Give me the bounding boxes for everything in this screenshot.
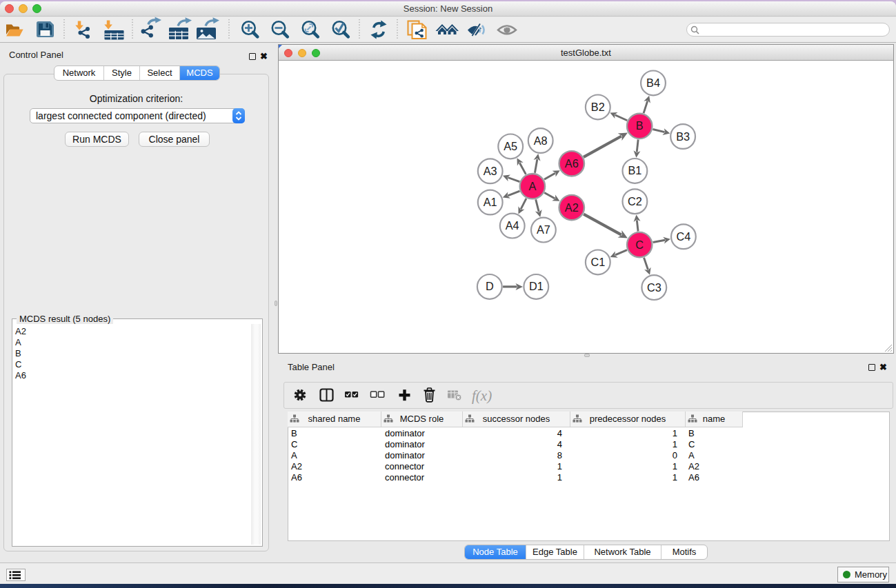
svg-text:A5: A5 [504,140,517,152]
svg-text:A3: A3 [484,165,497,177]
svg-text:B2: B2 [591,101,605,113]
svg-text:B1: B1 [628,164,641,176]
svg-text:B3: B3 [676,130,690,143]
svg-text:A8: A8 [534,134,548,147]
svg-text:A7: A7 [537,223,550,236]
svg-text:A2: A2 [565,201,579,214]
svg-text:D: D [486,280,494,292]
svg-text:D1: D1 [529,280,544,292]
svg-text:B4: B4 [646,77,660,89]
svg-text:C1: C1 [590,256,605,268]
svg-text:B: B [636,119,644,132]
svg-text:A6: A6 [565,157,579,170]
svg-text:C2: C2 [628,195,642,207]
svg-text:C4: C4 [676,230,690,243]
svg-text:A4: A4 [506,219,519,232]
svg-text:A: A [528,180,536,192]
svg-text:A1: A1 [484,196,497,208]
svg-text:C: C [635,239,644,251]
svg-text:C3: C3 [647,281,661,294]
svg-text:f(x): f(x) [472,387,492,404]
